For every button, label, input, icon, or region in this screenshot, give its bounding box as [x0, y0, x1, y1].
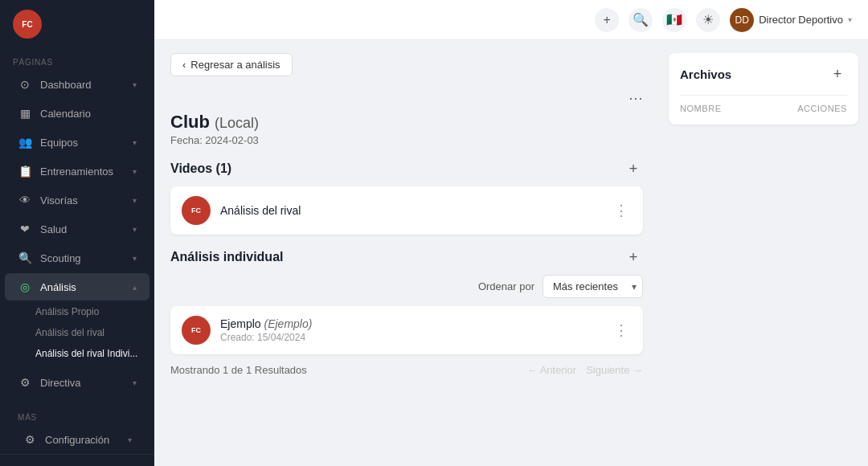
- add-button[interactable]: +: [595, 8, 619, 32]
- salud-icon: ❤: [18, 222, 32, 236]
- content-area: ‹ Regresar a análisis ⋯ Club (Local) Fec…: [154, 40, 868, 466]
- submenu-label: Análisis del rival: [35, 327, 104, 338]
- sidebar-item-dashboard[interactable]: ⊙ Dashboard ▾: [5, 71, 149, 98]
- visorias-icon: 👁: [18, 193, 32, 207]
- individual-section: Análisis individual + Ordenar por Más re…: [170, 247, 643, 376]
- sidebar-item-configuracion[interactable]: ⚙ Configuración ▾: [10, 426, 145, 453]
- sidebar-item-directiva[interactable]: ⚙ Directiva ▾: [5, 369, 149, 396]
- mas-section-label: MÁS: [5, 403, 149, 425]
- example-info: Ejemplo (Ejemplo) Creado: 15/04/2024: [220, 317, 601, 343]
- scouting-icon: 🔍: [18, 251, 32, 265]
- chevron-down-icon: ▾: [133, 138, 137, 147]
- sidebar: FC PÁGINAS ⊙ Dashboard ▾ ▦ Calendario 👥 …: [0, 0, 154, 466]
- dashboard-icon: ⊙: [18, 77, 32, 92]
- analisis-icon: ◎: [18, 280, 32, 294]
- sidebar-item-analisis-propio[interactable]: Análisis Propio: [35, 301, 154, 322]
- page-title-suffix: (Local): [215, 115, 259, 131]
- theme-toggle[interactable]: ☀: [696, 8, 720, 32]
- chevron-down-icon: ▾: [133, 80, 137, 89]
- sidebar-item-entrenamientos[interactable]: 📋 Entrenamientos ▾: [5, 157, 149, 185]
- add-individual-button[interactable]: +: [624, 247, 643, 267]
- individual-section-title: Análisis individual: [170, 250, 283, 264]
- order-select[interactable]: Más recientes Más antiguos Nombre A-Z: [542, 275, 643, 298]
- pagination-row: Mostrando 1 de 1 Resultados ← Anterior S…: [170, 364, 643, 376]
- order-label: Ordenar por: [478, 280, 534, 292]
- search-icon: 🔍: [633, 12, 649, 27]
- sidebar-item-label: Dashboard: [40, 79, 125, 91]
- videos-section-header: Videos (1) +: [170, 159, 643, 178]
- user-chevron-icon: ▾: [848, 15, 852, 24]
- individual-section-header: Análisis individual +: [170, 247, 643, 267]
- sidebar-item-analisis-rival-indiv[interactable]: Análisis del rival Indivi...: [35, 343, 154, 364]
- add-video-button[interactable]: +: [624, 159, 643, 178]
- video-logo: FC: [182, 196, 211, 225]
- sidebar-item-analisis-rival[interactable]: Análisis del rival: [35, 322, 154, 343]
- example-card: FC Ejemplo (Ejemplo) Creado: 15/04/2024 …: [170, 306, 643, 354]
- submenu-label: Análisis Propio: [35, 306, 99, 317]
- video-title: Análisis del rival: [220, 204, 601, 217]
- sidebar-item-label: Análisis: [40, 281, 125, 293]
- video-card: FC Análisis del rival ⋮: [170, 186, 643, 235]
- pages-section-label: PÁGINAS: [0, 48, 154, 70]
- sidebar-bottom: ◀: [0, 454, 154, 466]
- sidebar-item-equipos[interactable]: 👥 Equipos ▾: [5, 129, 149, 156]
- archivos-card: Archivos + NOMBRE ACCIONES: [669, 53, 858, 125]
- example-title: Ejemplo (Ejemplo): [220, 317, 601, 330]
- sidebar-item-analisis[interactable]: ◎ Análisis ▴: [5, 273, 149, 300]
- sidebar-item-visorias[interactable]: 👁 Visorías ▾: [5, 186, 149, 214]
- topbar: + 🔍 🇲🇽 ☀ DD Director Deportivo ▾: [154, 0, 868, 40]
- right-panel: Archivos + NOMBRE ACCIONES: [659, 40, 868, 466]
- pagination-buttons: ← Anterior Siguiente →: [527, 364, 643, 376]
- chevron-up-icon: ▴: [133, 283, 137, 292]
- main-wrapper: + 🔍 🇲🇽 ☀ DD Director Deportivo ▾ ‹ Regre…: [154, 0, 868, 466]
- language-button[interactable]: 🇲🇽: [662, 8, 686, 32]
- main-panel: ‹ Regresar a análisis ⋯ Club (Local) Fec…: [154, 40, 659, 466]
- more-menu-button[interactable]: ⋯: [628, 89, 643, 107]
- order-row: Ordenar por Más recientes Más antiguos N…: [170, 275, 643, 298]
- archivos-header: Archivos +: [680, 64, 847, 84]
- add-archivo-button[interactable]: +: [828, 64, 847, 84]
- flag-icon: 🇲🇽: [666, 12, 682, 27]
- example-subtitle: Creado: 15/04/2024: [220, 332, 601, 343]
- nombre-column-header: NOMBRE: [680, 104, 722, 113]
- calendario-icon: ▦: [18, 106, 32, 121]
- sidebar-item-label: Equipos: [40, 137, 125, 149]
- chevron-down-icon: ▾: [133, 225, 137, 234]
- avatar-initials: DD: [735, 14, 749, 26]
- video-more-button[interactable]: ⋮: [611, 198, 632, 223]
- sidebar-item-label: Configuración: [45, 434, 120, 446]
- search-button[interactable]: 🔍: [628, 8, 653, 32]
- entrenamientos-icon: 📋: [18, 164, 32, 178]
- sidebar-item-label: Scouting: [40, 252, 125, 264]
- acciones-column-header: ACCIONES: [797, 104, 847, 113]
- page-title: Club (Local): [170, 112, 643, 133]
- chevron-down-icon: ▾: [133, 167, 137, 176]
- prev-button[interactable]: ← Anterior: [527, 364, 576, 376]
- chevron-down-icon: ▾: [133, 196, 137, 205]
- sidebar-item-scouting[interactable]: 🔍 Scouting ▾: [5, 244, 149, 272]
- sidebar-item-label: Calendario: [40, 108, 137, 120]
- chevron-down-icon: ▾: [128, 435, 132, 444]
- next-button[interactable]: Siguiente →: [586, 364, 643, 376]
- plus-icon: +: [604, 13, 611, 27]
- chevron-down-icon: ▾: [133, 254, 137, 263]
- configuracion-icon: ⚙: [23, 432, 37, 447]
- example-title-suffix: (Ejemplo): [264, 317, 312, 330]
- submenu-label: Análisis del rival Indivi...: [35, 348, 137, 359]
- example-more-button[interactable]: ⋮: [611, 318, 632, 342]
- sidebar-item-calendario[interactable]: ▦ Calendario: [5, 100, 149, 127]
- club-name: Club: [170, 112, 210, 132]
- sidebar-item-salud[interactable]: ❤ Salud ▾: [5, 215, 149, 243]
- user-name: Director Deportivo: [759, 14, 843, 26]
- avatar: DD: [730, 8, 754, 32]
- sidebar-item-label: Directiva: [40, 377, 125, 389]
- videos-section-title: Videos (1): [170, 161, 231, 176]
- user-menu[interactable]: DD Director Deportivo ▾: [730, 8, 852, 32]
- collapse-sidebar-button[interactable]: ◀: [0, 461, 154, 466]
- equipos-icon: 👥: [18, 135, 32, 149]
- back-button-label: Regresar a análisis: [190, 59, 280, 71]
- back-button[interactable]: ‹ Regresar a análisis: [170, 53, 293, 76]
- example-logo: FC: [182, 316, 211, 345]
- analisis-submenu: Análisis Propio Análisis del rival Análi…: [0, 301, 154, 364]
- sidebar-item-label: Entrenamientos: [40, 166, 125, 178]
